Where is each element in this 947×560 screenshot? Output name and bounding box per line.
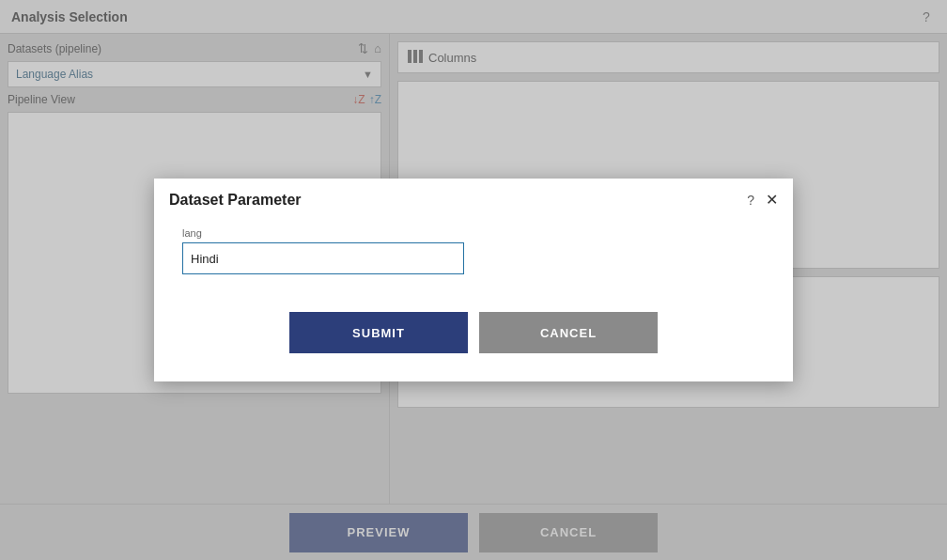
modal-help-icon[interactable]: ?	[747, 193, 754, 208]
modal-header: Dataset Parameter ? ✕	[154, 179, 793, 218]
lang-field-label: lang	[182, 227, 765, 239]
modal-title: Dataset Parameter	[169, 192, 302, 209]
modal-header-actions: ? ✕	[747, 193, 778, 208]
modal-footer: SUBMIT CANCEL	[154, 293, 793, 381]
lang-input[interactable]	[182, 242, 464, 274]
modal-body: lang	[154, 218, 793, 293]
dataset-parameter-modal: Dataset Parameter ? ✕ lang	[154, 179, 793, 381]
modal-close-icon[interactable]: ✕	[766, 193, 778, 208]
cancel-modal-button[interactable]: CANCEL	[479, 312, 658, 353]
submit-button[interactable]: SUBMIT	[289, 312, 468, 353]
modal-overlay: Dataset Parameter ? ✕ lang	[0, 0, 947, 560]
main-panel: Analysis Selection ? Datasets (pipeline)…	[0, 0, 947, 560]
